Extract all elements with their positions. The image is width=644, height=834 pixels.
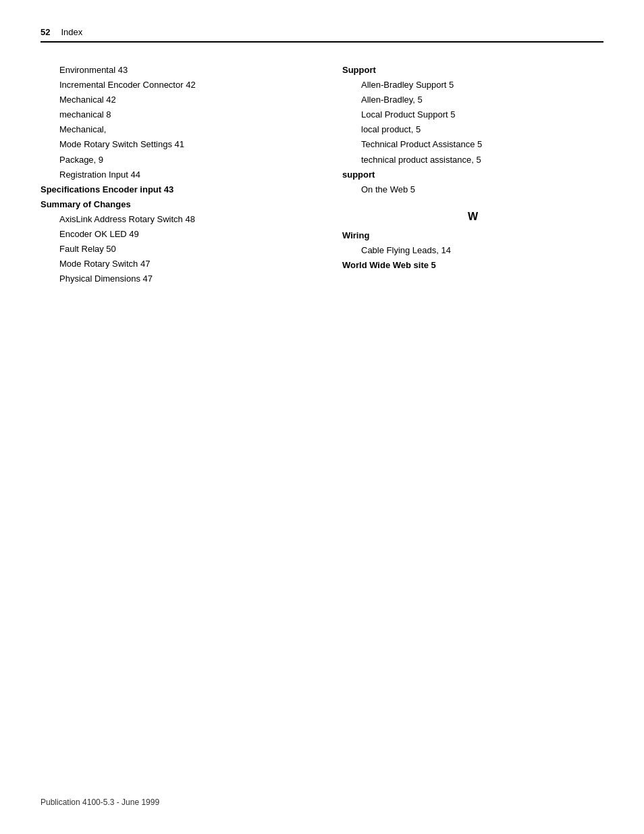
list-item: Allen-Bradley Support 5 [342, 78, 603, 93]
section-letter: W [342, 211, 603, 223]
list-item: Registration Input 44 [41, 167, 302, 182]
list-item: Local Product Support 5 [342, 107, 603, 122]
list-item: Encoder OK LED 49 [41, 227, 302, 242]
list-item: Fault Relay 50 [41, 242, 302, 257]
list-item: Allen-Bradley, 5 [342, 93, 603, 107]
section-heading: Support [342, 63, 603, 78]
list-item: Cable Flying Leads, 14 [342, 243, 603, 258]
list-item: technical product assistance, 5 [342, 153, 603, 167]
list-item: Mechanical 42 [41, 93, 302, 107]
list-item: Environmental 43 [41, 63, 302, 78]
list-item: World Wide Web site 5 [342, 258, 603, 273]
right-column: SupportAllen-Bradley Support 5Allen-Brad… [342, 63, 603, 286]
list-item: AxisLink Address Rotary Switch 48 [41, 212, 302, 227]
list-item: Physical Dimensions 47 [41, 271, 302, 286]
content-area: Environmental 43Incremental Encoder Conn… [41, 63, 603, 286]
page-number: 52 [41, 27, 50, 37]
left-column: Environmental 43Incremental Encoder Conn… [41, 63, 302, 286]
page-header: 52 Index [41, 27, 603, 43]
list-item: local product, 5 [342, 122, 603, 137]
list-item: support [342, 167, 603, 182]
list-item: Specifications Encoder input 43 [41, 182, 302, 197]
list-item: Mechanical, [41, 122, 302, 137]
list-item: Mode Rotary Switch Settings 41 [41, 137, 302, 152]
list-item: mechanical 8 [41, 107, 302, 122]
footer: Publication 4100-5.3 - June 1999 [41, 798, 159, 807]
footer-text: Publication 4100-5.3 - June 1999 [41, 798, 159, 807]
list-item: Incremental Encoder Connector 42 [41, 78, 302, 93]
list-item: On the Web 5 [342, 182, 603, 197]
list-item: Package, 9 [41, 153, 302, 167]
list-item: Technical Product Assistance 5 [342, 137, 603, 152]
list-item: Mode Rotary Switch 47 [41, 257, 302, 271]
list-item: Summary of Changes [41, 197, 302, 212]
section-heading: Wiring [342, 228, 603, 243]
page-title: Index [61, 27, 82, 37]
page: 52 Index Environmental 43Incremental Enc… [0, 0, 644, 834]
